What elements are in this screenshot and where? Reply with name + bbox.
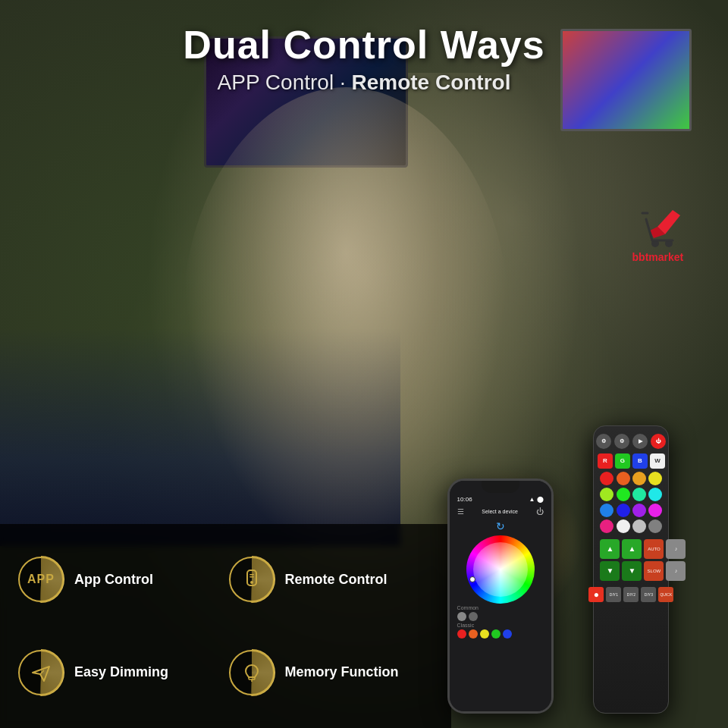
- rc-dot-5[interactable]: [600, 488, 613, 501]
- svg-rect-6: [249, 677, 255, 679]
- bottom-panel: APP App Control Remote Control Easy Dimm…: [0, 524, 451, 728]
- rc-dot-2[interactable]: [617, 472, 630, 485]
- rc-dot-1[interactable]: [600, 472, 613, 485]
- rc-dot-3[interactable]: [632, 472, 646, 485]
- main-title: Dual Control Ways: [109, 22, 619, 67]
- remote-power-btn[interactable]: ⏻: [651, 434, 666, 449]
- dimming-label: Easy Dimming: [74, 664, 168, 680]
- phone-header-row: ☰ Select a device ⏻: [454, 506, 547, 517]
- rc-dot-6[interactable]: [617, 488, 630, 501]
- remote-play-btn[interactable]: ▶: [632, 434, 648, 449]
- remote-down-right[interactable]: ▼: [622, 561, 642, 581]
- brand-highlight: bbt: [632, 251, 649, 263]
- memory-icon: [229, 650, 275, 695]
- app-control-icon: APP: [18, 557, 64, 602]
- bbt-logo-icon: [631, 204, 684, 249]
- phone-notch: [482, 481, 519, 493]
- send-icon-svg: [30, 662, 52, 683]
- rc-dot-12[interactable]: [648, 504, 662, 517]
- svg-rect-4: [249, 574, 254, 576]
- remote-diy1-btn[interactable]: DIY1: [606, 587, 621, 602]
- memory-label: Memory Function: [285, 664, 399, 680]
- phone-refresh-icon[interactable]: ↻: [454, 520, 547, 532]
- phone-power-icon[interactable]: ⏻: [536, 507, 544, 516]
- remote-quick-btn[interactable]: QUICK: [658, 587, 673, 602]
- rc-dot-8[interactable]: [648, 488, 662, 501]
- remote-music-btn[interactable]: ♪: [666, 539, 686, 559]
- rc-dot-14[interactable]: [617, 519, 630, 533]
- remote-b-label[interactable]: B: [632, 453, 648, 469]
- feature-app-control: APP App Control: [18, 557, 223, 602]
- app-badge-text: APP: [27, 573, 55, 586]
- common-dot-1: [457, 612, 466, 621]
- remote-scene-dot[interactable]: ●: [588, 587, 604, 602]
- phone-classic-label: Classic: [454, 621, 547, 629]
- remote-settings-btn[interactable]: ⚙: [614, 434, 629, 449]
- phone-time: 10:06: [457, 496, 472, 503]
- remote-icon-svg: [241, 569, 262, 590]
- remote-diy2-btn[interactable]: DIY2: [623, 587, 639, 602]
- classic-dot-orange: [469, 629, 478, 639]
- rc-dot-4[interactable]: [648, 472, 662, 485]
- app-control-label: App Control: [74, 572, 153, 588]
- remote-control-icon: [229, 557, 275, 602]
- classic-dot-blue: [503, 629, 512, 639]
- brand-rest: market: [648, 251, 683, 263]
- classic-dot-green: [491, 629, 500, 639]
- remote-down-left[interactable]: ▼: [600, 561, 620, 581]
- remote-control-mockup: ⚙ ⚙ ▶ ⏻ R G B W: [593, 425, 684, 714]
- remote-gear-btn[interactable]: ⚙: [596, 434, 611, 449]
- phone-classic-dots: [454, 629, 547, 639]
- dimming-icon: [18, 650, 64, 695]
- feature-memory: Memory Function: [229, 650, 434, 695]
- feature-remote-control: Remote Control: [229, 557, 434, 602]
- remote-slow-btn[interactable]: SLOW: [644, 561, 664, 581]
- remote-auto-btn[interactable]: AUTO: [644, 539, 664, 559]
- subtitle-separator: ·: [340, 71, 352, 94]
- rc-dot-13[interactable]: [600, 519, 613, 533]
- phone-device-select[interactable]: Select a device: [482, 509, 517, 514]
- rc-dot-16[interactable]: [648, 519, 662, 533]
- rc-dot-15[interactable]: [632, 519, 646, 533]
- feature-easy-dimming: Easy Dimming: [18, 650, 223, 695]
- color-wheel[interactable]: [466, 535, 535, 604]
- remote-nav-grid: ▲ ▲ AUTO ♪ ▼ ▼ SLOW ♪: [600, 539, 662, 581]
- sub-title: APP Control · Remote Control: [109, 71, 619, 95]
- classic-dot-yellow: [480, 629, 489, 639]
- remote-rgbw-row: R G B W: [598, 453, 665, 469]
- svg-point-3: [250, 581, 253, 584]
- remote-up-right[interactable]: ▲: [622, 539, 642, 559]
- phone-menu-icon[interactable]: ☰: [457, 507, 464, 516]
- remote-body: ⚙ ⚙ ▶ ⏻ R G B W: [593, 425, 669, 714]
- remote-scene-row: ● DIY1 DIY2 DIY3 QUICK: [588, 587, 673, 602]
- subtitle-regular: APP Control: [218, 71, 334, 94]
- phone-status-bar: 10:06 ▲ ⬤: [454, 496, 547, 503]
- phone-outer: 10:06 ▲ ⬤ ☰ Select a device ⏻ ↻ Common: [447, 479, 554, 714]
- phone-screen: 10:06 ▲ ⬤ ☰ Select a device ⏻ ↻ Common: [450, 481, 551, 711]
- subtitle-bold: Remote Control: [351, 71, 510, 94]
- remote-extra-btn[interactable]: ♪: [666, 561, 686, 581]
- bbt-logo: bbtmarket: [631, 204, 684, 263]
- svg-rect-5: [249, 576, 254, 578]
- remote-up-left[interactable]: ▲: [600, 539, 620, 559]
- rc-dot-9[interactable]: [600, 504, 613, 517]
- rc-dot-7[interactable]: [632, 488, 646, 501]
- classic-dot-red: [457, 629, 466, 639]
- remote-r-label[interactable]: R: [598, 453, 613, 469]
- wheel-indicator: [469, 576, 475, 582]
- remote-w-label[interactable]: W: [650, 453, 665, 469]
- phone-signal-icons: ▲ ⬤: [529, 496, 543, 503]
- bulb-icon-svg: [241, 662, 262, 683]
- rc-dot-10[interactable]: [617, 504, 630, 517]
- remote-g-label[interactable]: G: [615, 453, 630, 469]
- phone-common-dots: [454, 612, 547, 621]
- remote-top-buttons: ⚙ ⚙ ▶ ⏻: [596, 434, 666, 449]
- rc-dot-11[interactable]: [632, 504, 646, 517]
- phone-common-label: Common: [454, 604, 547, 612]
- remote-control-label: Remote Control: [285, 572, 388, 588]
- remote-color-grid: [600, 472, 662, 533]
- phone-mockup: 10:06 ▲ ⬤ ☰ Select a device ⏻ ↻ Common: [447, 479, 554, 714]
- remote-diy3-btn[interactable]: DIY3: [641, 587, 656, 602]
- common-dot-2: [469, 612, 478, 621]
- brand-text: bbtmarket: [631, 251, 684, 263]
